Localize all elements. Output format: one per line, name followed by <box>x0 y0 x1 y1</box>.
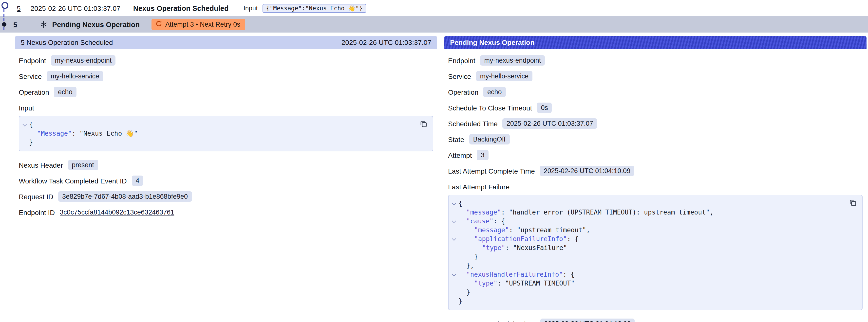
detail-field-row: Schedule To Close Timeout 0s <box>448 102 863 114</box>
detail-field-row: Operation echo <box>448 86 863 98</box>
code-line: } <box>20 138 415 147</box>
code-line: { <box>450 199 844 208</box>
field-value: my-hello-service <box>476 71 532 82</box>
panel-title: Pending Nexus Operation <box>450 38 534 46</box>
pending-panel-header: Pending Nexus Operation <box>444 36 867 49</box>
scheduled-panel-body: Endpoint my-nexus-endpoint Service my-he… <box>15 49 437 227</box>
collapse-chevron-icon[interactable] <box>450 270 458 279</box>
detail-field-row: Service my-hello-service <box>19 70 433 82</box>
field-label: Last Attempt Complete Time <box>448 167 535 175</box>
code-gutter <box>20 138 29 147</box>
code-line: } <box>450 297 844 306</box>
field-value: my-nexus-endpoint <box>51 55 116 66</box>
event-id-link[interactable]: 5 <box>17 4 21 12</box>
detail-field-row: Workflow Task Completed Event ID 4 <box>19 175 433 186</box>
input-code-block: {"Message": "Nexus Echo 👋"} <box>19 116 433 151</box>
field-label: Service <box>448 72 471 80</box>
field-label: Scheduled Time <box>448 120 498 127</box>
timeline-connector-line <box>3 9 4 30</box>
field-label: Request ID <box>19 193 53 200</box>
collapse-chevron-icon[interactable] <box>450 199 458 208</box>
collapse-chevron-icon[interactable] <box>20 120 29 129</box>
field-label: Attempt <box>448 151 472 159</box>
panel-nexus-operation-scheduled: 5 Nexus Operation Scheduled 2025-02-26 U… <box>15 36 437 319</box>
code-gutter <box>450 288 458 297</box>
retry-refresh-icon <box>155 20 162 29</box>
field-label: Service <box>19 72 42 80</box>
detail-field-row: Endpoint ID 3c0c75ccfa8144b092c13ce63246… <box>19 206 433 218</box>
event-timestamp: 2025-02-26 UTC 01:03:37.07 <box>31 4 120 12</box>
code-line: "cause": { <box>450 217 844 226</box>
field-label: Endpoint ID <box>19 208 55 216</box>
field-label: Endpoint <box>448 57 475 64</box>
event-title: Pending Nexus Operation <box>52 21 140 28</box>
detail-field-row: Request ID 3e829b7e-7d67-4b08-aad3-b1e86… <box>19 191 433 202</box>
field-value: 2025-02-26 UTC 01:04:10.09 <box>540 166 634 176</box>
code-gutter <box>450 208 458 217</box>
field-value: 3 <box>477 150 489 160</box>
field-value: present <box>68 160 98 170</box>
field-value: BackingOff <box>469 134 509 144</box>
detail-field-row: Next Attempt Schedule Time 2025-02-26 UT… <box>448 318 863 322</box>
timeline-gutter <box>0 0 15 59</box>
event-row-nexus-operation-scheduled[interactable]: 5 2025-02-26 UTC 01:03:37.07 Nexus Opera… <box>0 0 868 16</box>
code-gutter <box>450 279 458 288</box>
code-line: "type": "NexusFailure" <box>450 244 844 253</box>
detail-field-row: Scheduled Time 2025-02-26 UTC 01:03:37.0… <box>448 118 863 129</box>
code-line: "applicationFailureInfo": { <box>450 235 844 244</box>
panel-pending-nexus-operation: Pending Nexus Operation Endpoint my-nexu… <box>444 36 867 322</box>
pending-asterisk-icon <box>40 21 48 28</box>
event-detail-panels: 5 Nexus Operation Scheduled 2025-02-26 U… <box>0 33 868 322</box>
collapse-chevron-icon[interactable] <box>450 217 458 226</box>
field-value: 2025-02-26 UTC 01:04:13.93 <box>540 319 634 322</box>
detail-field-row: State BackingOff <box>448 134 863 145</box>
field-value: 0s <box>537 103 552 113</box>
code-gutter <box>450 261 458 270</box>
event-row-pending-nexus-operation[interactable]: 5 Pending Nexus Operation Attempt 3 • Ne… <box>0 16 868 33</box>
code-gutter <box>450 253 458 261</box>
collapse-chevron-icon[interactable] <box>450 235 458 244</box>
retry-badge: Attempt 3 • Next Retry 0s <box>152 19 245 30</box>
detail-field-row: Service my-hello-service <box>448 70 863 82</box>
copy-icon[interactable] <box>849 199 857 207</box>
input-label: Input <box>244 4 258 12</box>
field-label: Operation <box>19 88 49 96</box>
field-value-link[interactable]: 3c0c75ccfa8144b092c13ce632463761 <box>60 207 174 218</box>
code-gutter <box>450 244 458 253</box>
timeline-start-marker-icon <box>1 2 8 9</box>
last-attempt-failure-label: Last Attempt Failure <box>448 181 863 192</box>
timeline-event-dot-icon <box>2 22 6 27</box>
detail-field-row: Operation echo <box>19 86 433 98</box>
field-label: State <box>448 135 464 143</box>
panel-timestamp: 2025-02-26 UTC 01:03:37.07 <box>341 38 431 46</box>
code-gutter <box>450 226 458 235</box>
code-line: "Message": "Nexus Echo 👋" <box>20 129 415 138</box>
field-value: echo <box>483 87 506 97</box>
code-gutter <box>450 297 458 306</box>
field-label: Operation <box>448 88 478 96</box>
copy-icon[interactable] <box>420 120 428 128</box>
code-line: } <box>450 288 844 297</box>
field-value: 4 <box>132 175 143 186</box>
scheduled-panel-header: 5 Nexus Operation Scheduled 2025-02-26 U… <box>15 36 437 49</box>
code-line: "message": "handler error (UPSTREAM_TIME… <box>450 208 844 217</box>
panel-title: 5 Nexus Operation Scheduled <box>21 38 113 46</box>
code-line: } <box>450 253 844 261</box>
field-value: echo <box>54 87 76 97</box>
detail-field-row: Endpoint my-nexus-endpoint <box>448 55 863 66</box>
detail-field-row: Attempt 3 <box>448 150 863 161</box>
field-label: Workflow Task Completed Event ID <box>19 177 127 185</box>
field-label: Schedule To Close Timeout <box>448 104 532 112</box>
field-label: Endpoint <box>19 57 46 64</box>
event-title: Nexus Operation Scheduled <box>133 4 229 12</box>
code-line: "message": "upstream timeout", <box>450 226 844 235</box>
code-gutter <box>20 129 29 138</box>
input-preview-chip: {"Message":"Nexus Echo 👋"} <box>262 4 366 12</box>
pending-panel-body: Endpoint my-nexus-endpoint Service my-he… <box>444 49 867 322</box>
code-line: "nexusHandlerFailureInfo": { <box>450 270 844 279</box>
field-value: my-hello-service <box>46 71 103 82</box>
detail-field-row: Nexus Header present <box>19 159 433 171</box>
input-section-label: Input <box>19 102 433 114</box>
field-value: 3e829b7e-7d67-4b08-aad3-b1e868bfe9e0 <box>58 191 192 202</box>
code-line: { <box>20 120 415 129</box>
